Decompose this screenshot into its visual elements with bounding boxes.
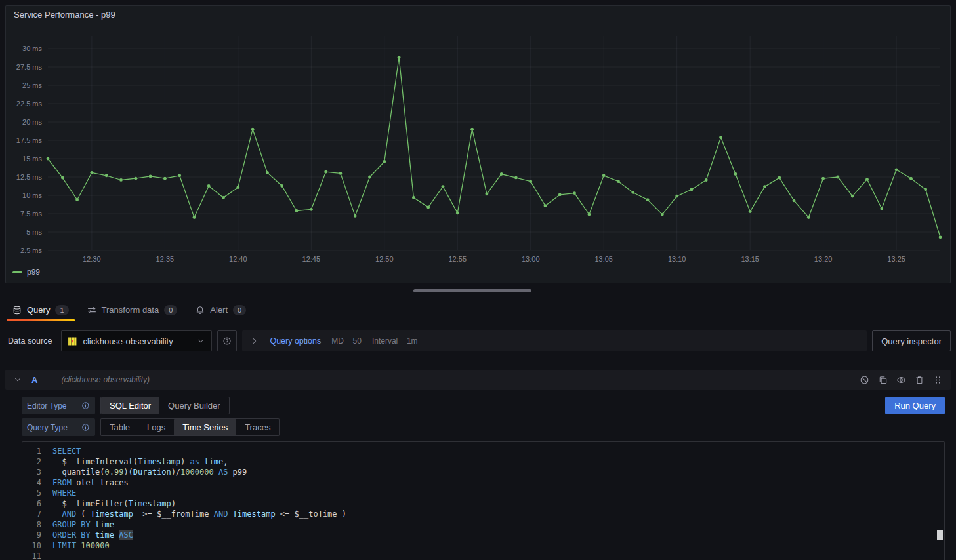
max-data-points-text: MD = 50 xyxy=(331,336,362,346)
svg-text:27.5 ms: 27.5 ms xyxy=(16,63,43,71)
svg-text:13:25: 13:25 xyxy=(887,255,905,263)
query-type-option-table[interactable]: Table xyxy=(101,419,138,435)
query-type-label-chip: Query Type xyxy=(22,418,95,436)
line-number: 11 xyxy=(22,551,52,560)
tab-transform-data[interactable]: Transform data 0 xyxy=(80,299,185,321)
timeseries-panel: Service Performance - p99 2.5 ms5 ms7.5 … xyxy=(5,5,951,283)
line-number: 1 xyxy=(22,446,52,456)
legend-swatch xyxy=(12,271,22,273)
svg-text:30 ms: 30 ms xyxy=(22,45,42,52)
info-icon[interactable] xyxy=(81,423,90,431)
query-options-link[interactable]: Query options xyxy=(270,336,321,346)
interval-text: Interval = 1m xyxy=(372,336,418,346)
query-inspector-button[interactable]: Query inspector xyxy=(872,330,951,351)
datasource-label: Data source xyxy=(8,336,52,346)
svg-text:2.5 ms: 2.5 ms xyxy=(20,247,43,254)
query-editor-body: Editor Type SQL EditorQuery Builder Run … xyxy=(5,390,951,560)
svg-text:7.5 ms: 7.5 ms xyxy=(20,210,43,218)
svg-text:17.5 ms: 17.5 ms xyxy=(16,136,43,144)
editor-type-option-sql-editor[interactable]: SQL Editor xyxy=(101,397,159,414)
code-line-10[interactable]: 10LIMIT 100000 xyxy=(22,540,944,551)
tab-badge: 1 xyxy=(55,305,68,315)
legend-label[interactable]: p99 xyxy=(27,268,40,277)
svg-text:15 ms: 15 ms xyxy=(22,155,42,163)
duplicate-query-icon[interactable] xyxy=(878,375,888,385)
disable-query-icon[interactable] xyxy=(860,375,869,385)
tab-bar: Query 1 Transform data 0 Alert 0 xyxy=(0,299,956,321)
run-query-button[interactable]: Run Query xyxy=(885,397,945,414)
code-line-2[interactable]: 2 $__timeInterval(Timestamp) as time, xyxy=(22,456,944,467)
svg-text:22.5 ms: 22.5 ms xyxy=(16,100,43,108)
code-lines: 1SELECT2 $__timeInterval(Timestamp) as t… xyxy=(22,446,944,560)
question-circle-icon xyxy=(222,336,232,346)
svg-text:12:35: 12:35 xyxy=(156,255,175,263)
query-options-bar[interactable]: Query options MD = 50 Interval = 1m xyxy=(242,330,867,351)
line-number: 2 xyxy=(22,456,52,467)
code-line-3[interactable]: 3 quantile(0.99)(Duration)/1000000 AS p9… xyxy=(22,467,944,477)
line-number: 6 xyxy=(22,498,52,509)
svg-text:5 ms: 5 ms xyxy=(26,228,42,236)
query-type-group: TableLogsTime SeriesTraces xyxy=(100,418,280,436)
code-line-6[interactable]: 6 $__timeFilter(Timestamp) xyxy=(22,498,944,509)
database-icon xyxy=(12,306,22,315)
svg-text:20 ms: 20 ms xyxy=(22,118,42,126)
chevron-right-icon xyxy=(250,336,259,346)
code-line-7[interactable]: 7 AND ( Timestamp >= $__fromTime AND Tim… xyxy=(22,509,944,519)
tab-badge: 0 xyxy=(233,305,246,315)
editor-type-option-query-builder[interactable]: Query Builder xyxy=(159,397,228,414)
tab-query[interactable]: Query 1 xyxy=(5,299,76,321)
code-line-11[interactable]: 11 xyxy=(22,551,944,560)
datasource-picker-value: clickhouse-observability xyxy=(83,336,191,346)
query-row-actions xyxy=(860,375,943,385)
info-icon[interactable] xyxy=(81,401,90,410)
collapse-chevron-icon[interactable] xyxy=(13,375,22,384)
code-line-4[interactable]: 4FROM otel_traces xyxy=(22,477,944,488)
hide-response-icon[interactable] xyxy=(896,375,906,385)
query-type-label: Query Type xyxy=(27,423,68,432)
datasource-help-button[interactable] xyxy=(217,330,237,351)
svg-text:12:50: 12:50 xyxy=(375,255,394,263)
line-number: 8 xyxy=(22,519,52,530)
query-type-option-logs[interactable]: Logs xyxy=(138,419,174,435)
line-number: 10 xyxy=(22,540,52,551)
query-type-row: Query Type TableLogsTime SeriesTraces xyxy=(22,418,945,436)
query-type-option-traces[interactable]: Traces xyxy=(236,419,279,435)
svg-text:13:00: 13:00 xyxy=(522,255,540,263)
datasource-hint: (clickhouse-observability) xyxy=(61,375,150,384)
code-line-8[interactable]: 8GROUP BY time xyxy=(22,519,944,530)
bell-icon xyxy=(196,306,205,315)
query-type-option-time-series[interactable]: Time Series xyxy=(174,419,236,435)
editor-type-group: SQL EditorQuery Builder xyxy=(100,397,230,414)
svg-text:13:15: 13:15 xyxy=(741,255,759,263)
tab-label: Alert xyxy=(210,305,228,315)
scrollbar-thumb[interactable] xyxy=(413,289,531,292)
query-editor-row: A (clickhouse-observability) xyxy=(5,370,951,560)
legend: p99 xyxy=(6,267,950,277)
line-number: 7 xyxy=(22,509,52,519)
datasource-row: Data source clickhouse-observability Que… xyxy=(5,330,951,351)
code-line-9[interactable]: 9ORDER BY time ASC xyxy=(22,530,944,540)
svg-text:10 ms: 10 ms xyxy=(22,191,42,199)
clickhouse-logo-icon xyxy=(68,336,77,346)
code-line-5[interactable]: 5WHERE xyxy=(22,488,944,498)
line-number: 4 xyxy=(22,477,52,488)
datasource-picker[interactable]: clickhouse-observability xyxy=(61,330,212,351)
svg-text:25 ms: 25 ms xyxy=(22,81,42,89)
panel-title[interactable]: Service Performance - p99 xyxy=(14,10,115,20)
svg-text:12:40: 12:40 xyxy=(229,255,247,263)
svg-text:12:55: 12:55 xyxy=(448,255,467,263)
query-row-header[interactable]: A (clickhouse-observability) xyxy=(5,370,951,390)
tab-badge: 0 xyxy=(164,305,177,315)
drag-handle-icon[interactable] xyxy=(933,375,943,385)
line-number: 5 xyxy=(22,488,52,498)
svg-text:12.5 ms: 12.5 ms xyxy=(16,173,43,181)
timeseries-chart[interactable]: 2.5 ms5 ms7.5 ms10 ms12.5 ms15 ms17.5 ms… xyxy=(6,23,950,267)
chevron-down-icon xyxy=(196,336,205,346)
panel-header: Service Performance - p99 xyxy=(6,6,950,23)
svg-text:13:10: 13:10 xyxy=(668,255,686,263)
delete-query-icon[interactable] xyxy=(915,375,925,385)
tab-alert[interactable]: Alert 0 xyxy=(188,299,253,321)
editor-type-label-chip: Editor Type xyxy=(22,397,95,414)
code-line-1[interactable]: 1SELECT xyxy=(22,446,944,456)
sql-code-editor[interactable]: 1SELECT2 $__timeInterval(Timestamp) as t… xyxy=(22,441,945,560)
